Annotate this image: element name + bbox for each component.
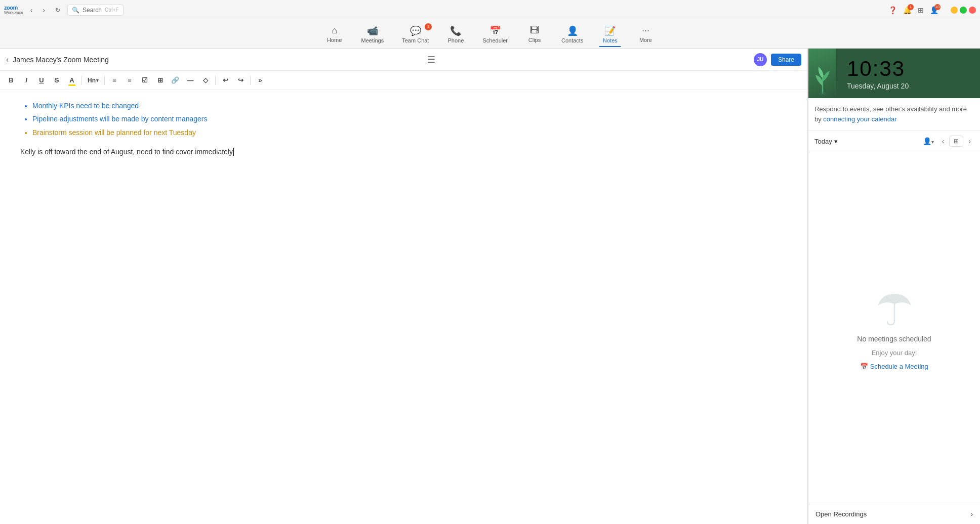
minimize-btn[interactable] (951, 7, 958, 14)
umbrella-illustration (872, 286, 917, 329)
underline-btn[interactable]: U (34, 74, 49, 87)
calendar-widget: 10:33 Tuesday, August 20 (808, 49, 980, 98)
note-title: James Macey's Zoom Meeting (13, 56, 108, 64)
nav-item-more[interactable]: ··· More (628, 22, 663, 46)
team-chat-badge: 3 (425, 23, 432, 30)
search-label: Search (83, 7, 102, 14)
nav-label-notes: Notes (603, 37, 618, 43)
heading-btn[interactable]: Hn▾ (85, 74, 102, 87)
title-bar-left: zoom Workplace ‹ › ↻ 🔍 Search Ctrl+F (4, 5, 124, 16)
note-menu-btn[interactable]: ☰ (427, 54, 435, 65)
notification-badge: 1 (908, 4, 914, 10)
umbrella-svg (872, 286, 917, 327)
ordered-list-btn[interactable]: ≡ (123, 74, 137, 87)
scheduler-icon: 📅 (489, 25, 501, 36)
share-btn[interactable]: Share (771, 54, 801, 66)
plant-decoration (808, 49, 836, 98)
notes-panel: ‹ James Macey's Zoom Meeting ☰ JU Share … (0, 49, 808, 524)
note-header-right: JU Share (754, 53, 801, 66)
schedule-meeting-link[interactable]: 📅 Schedule a Meeting (860, 363, 928, 370)
profile-icon[interactable]: 👤10 (930, 6, 938, 14)
calendar-icon-inline: 📅 (860, 363, 870, 370)
calendar-connect-banner: Respond to events, see other's availabil… (808, 98, 980, 130)
team-chat-icon: 💬 (410, 25, 421, 36)
nav-label-scheduler: Scheduler (482, 37, 508, 43)
calendar-user-btn[interactable]: 👤▾ (920, 136, 937, 147)
nav-item-meetings[interactable]: 📹 Meetings (352, 22, 393, 47)
phone-icon: 📞 (450, 25, 461, 36)
search-bar[interactable]: 🔍 Search Ctrl+F (67, 5, 124, 16)
toolbar-sep-3 (215, 76, 216, 85)
home-icon: ⌂ (332, 25, 337, 36)
main-area: ‹ James Macey's Zoom Meeting ☰ JU Share … (0, 49, 980, 524)
highlight-btn[interactable]: A (65, 74, 79, 87)
avatar: JU (754, 53, 767, 66)
nav-item-scheduler[interactable]: 📅 Scheduler (473, 22, 517, 47)
open-recordings-btn[interactable]: Open Recordings › (808, 504, 980, 524)
strikethrough-btn[interactable]: S (50, 74, 64, 87)
text-cursor (233, 148, 234, 156)
clock-time: 10:33 (847, 57, 972, 81)
toolbar-sep-1 (81, 76, 82, 85)
calendar-prev-btn[interactable]: ‹ (939, 136, 948, 147)
notification-icon[interactable]: 🔔1 (903, 6, 912, 14)
nav-item-team-chat[interactable]: 💬 3 Team Chat (393, 22, 438, 47)
workplace-text: Workplace (4, 11, 23, 15)
divider-btn[interactable]: — (183, 74, 197, 87)
profile-badge: 10 (934, 4, 941, 10)
today-btn[interactable]: Today ▾ (814, 138, 838, 145)
nav-item-clips[interactable]: 🎞 Clips (517, 22, 552, 46)
nav-item-contacts[interactable]: 👤 Contacts (552, 22, 592, 47)
clock-date: Tuesday, August 20 (847, 82, 972, 90)
italic-btn[interactable]: I (19, 74, 33, 87)
zoom-logo: zoom Workplace (4, 5, 23, 15)
link-btn[interactable]: 🔗 (168, 74, 182, 87)
no-meetings-label: No meetings scheduled (857, 335, 931, 343)
refresh-btn[interactable]: ↻ (52, 6, 63, 15)
more-icon: ··· (642, 25, 649, 36)
nav-label-meetings: Meetings (361, 37, 384, 43)
close-btn[interactable] (969, 7, 976, 14)
calendar-grid-view-btn[interactable]: ⊞ (949, 136, 963, 147)
more-format-btn[interactable]: » (253, 74, 267, 87)
notes-icon: 📝 (604, 25, 616, 36)
nav-item-phone[interactable]: 📞 Phone (438, 22, 473, 47)
help-icon[interactable]: ❓ (888, 6, 897, 14)
bullet-list-btn[interactable]: ≡ (107, 74, 121, 87)
apps-icon[interactable]: ⊞ (918, 6, 924, 14)
maximize-btn[interactable] (960, 7, 967, 14)
open-recordings-label: Open Recordings (815, 510, 867, 518)
erase-btn[interactable]: ◇ (198, 74, 213, 87)
back-nav-btn[interactable]: ‹ (27, 5, 36, 15)
nav-label-contacts: Contacts (561, 37, 583, 43)
todo-btn[interactable]: ☑ (138, 74, 152, 87)
note-header: ‹ James Macey's Zoom Meeting ☰ JU Share (0, 49, 807, 71)
bullet-item-3: Brainstorm session will be planned for n… (32, 127, 787, 138)
undo-btn[interactable]: ↩ (218, 74, 232, 87)
redo-btn[interactable]: ↪ (233, 74, 248, 87)
nav-label-phone: Phone (448, 37, 464, 43)
note-back-btn[interactable]: ‹ (6, 55, 9, 64)
search-shortcut: Ctrl+F (105, 7, 119, 13)
connect-calendar-link[interactable]: connecting your calendar (823, 115, 896, 123)
note-header-left: ‹ James Macey's Zoom Meeting (6, 55, 109, 64)
calendar-next-btn[interactable]: › (965, 136, 974, 147)
bullet-list: Monthly KPIs need to be changed Pipeline… (20, 100, 787, 138)
clips-icon: 🎞 (530, 25, 539, 36)
schedule-meeting-text: Schedule a Meeting (870, 363, 928, 370)
editor-area[interactable]: Monthly KPIs need to be changed Pipeline… (0, 90, 807, 524)
nav-item-notes[interactable]: 📝 Notes (592, 22, 628, 47)
nav-item-home[interactable]: ⌂ Home (317, 22, 352, 46)
calendar-nav-group: 👤▾ ‹ ⊞ › (920, 136, 974, 147)
plant-svg (811, 61, 834, 96)
contacts-icon: 👤 (567, 25, 578, 36)
nav-label-team-chat: Team Chat (402, 37, 429, 43)
nav-label-clips: Clips (528, 37, 541, 43)
bold-btn[interactable]: B (4, 74, 18, 87)
nav-label-more: More (639, 37, 652, 43)
formatting-toolbar: B I U S A Hn▾ ≡ ≡ ☑ ⊞ 🔗 — ◇ ↩ ↪ » (0, 71, 807, 90)
forward-nav-btn[interactable]: › (39, 5, 48, 15)
plain-text-block: Kelly is off toward the end of August, n… (20, 146, 787, 157)
search-icon: 🔍 (72, 7, 79, 14)
table-btn[interactable]: ⊞ (153, 74, 167, 87)
